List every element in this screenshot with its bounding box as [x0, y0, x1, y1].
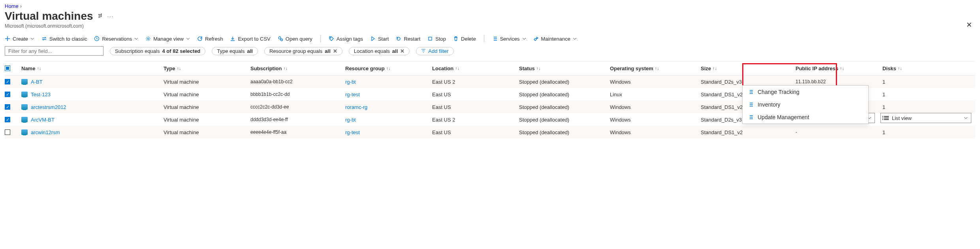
- add-filter-button[interactable]: Add filter: [416, 47, 453, 55]
- dropdown-item-update-management[interactable]: Update Management: [743, 111, 868, 124]
- row-checkbox[interactable]: [5, 117, 10, 122]
- export-csv-button[interactable]: Export to CSV: [230, 36, 270, 42]
- close-icon[interactable]: ✕: [966, 21, 972, 29]
- toolbar: Create Switch to classic Reservations Ma…: [5, 33, 975, 46]
- cell-location: East US: [432, 92, 519, 97]
- rg-link[interactable]: rg-bt: [345, 117, 356, 123]
- rg-link[interactable]: rg-test: [345, 129, 360, 135]
- list-view-select[interactable]: List view: [880, 113, 971, 123]
- remove-filter-icon[interactable]: ✕: [400, 48, 404, 54]
- chevron-down-icon: [30, 37, 34, 41]
- cell-status: Stopped (deallocated): [519, 129, 610, 135]
- query-icon: [278, 36, 283, 41]
- list-icon: [748, 102, 754, 107]
- cell-disks: 1: [882, 79, 973, 85]
- col-label: Operating system: [610, 66, 653, 71]
- vm-name-link[interactable]: Test-123: [31, 92, 51, 97]
- pill-value: all: [392, 48, 398, 54]
- open-query-label: Open query: [286, 36, 312, 42]
- vm-name-link[interactable]: ArcVM-BT: [31, 117, 55, 123]
- rg-link[interactable]: roramc-rg: [345, 104, 367, 110]
- switch-to-classic-button[interactable]: Switch to classic: [41, 36, 87, 42]
- row-checkbox[interactable]: [5, 92, 10, 97]
- filter-pill-resource-group[interactable]: Resource group equals all ✕: [264, 47, 342, 55]
- cell-type: Virtual machine: [164, 129, 250, 135]
- row-checkbox[interactable]: [5, 79, 10, 84]
- table-row[interactable]: arcwin12rsmVirtual machineeeee4e4e-ff5f-…: [5, 126, 975, 139]
- col-resource-group[interactable]: Resource group↑↓: [345, 66, 432, 71]
- col-subscription[interactable]: Subscription↑↓: [250, 66, 345, 71]
- delete-button[interactable]: Delete: [453, 36, 476, 42]
- col-ip[interactable]: Public IP address↑↓: [796, 66, 882, 71]
- services-button[interactable]: Services: [492, 36, 526, 42]
- cell-disks: 1: [882, 129, 973, 135]
- col-location[interactable]: Location↑↓: [432, 66, 519, 71]
- dropdown-item-inventory[interactable]: Inventory: [743, 98, 868, 111]
- breadcrumb-home[interactable]: Home: [5, 3, 19, 9]
- clock-icon: [94, 36, 100, 41]
- filter-pill-type[interactable]: Type equals all: [212, 47, 258, 55]
- filter-icon: [421, 49, 426, 53]
- col-os[interactable]: Operating system↑↓: [610, 66, 701, 71]
- cell-type: Virtual machine: [164, 104, 250, 110]
- assign-tags-button[interactable]: Assign tags: [329, 36, 363, 42]
- select-all-checkbox[interactable]: [5, 66, 10, 71]
- stop-button[interactable]: Stop: [427, 36, 446, 42]
- refresh-button[interactable]: Refresh: [197, 36, 223, 42]
- add-filter-label: Add filter: [428, 48, 448, 54]
- pill-value: 4 of 82 selected: [162, 48, 200, 54]
- col-size[interactable]: Size↑↓: [701, 66, 796, 71]
- vm-name-link[interactable]: A-BT: [31, 79, 43, 85]
- create-button[interactable]: Create: [5, 36, 34, 42]
- col-label: Type: [164, 66, 175, 71]
- subtitle: Microsoft (microsoft.onmicrosoft.com): [5, 23, 975, 29]
- chevron-down-icon: [186, 37, 190, 41]
- maintenance-button[interactable]: Maintenance: [533, 36, 577, 42]
- vm-name-link[interactable]: arctestrsm2012: [31, 104, 66, 110]
- pin-icon[interactable]: [97, 13, 103, 19]
- dropdown-item-change-tracking[interactable]: Change Tracking: [743, 86, 868, 98]
- open-query-button[interactable]: Open query: [278, 36, 312, 42]
- manage-view-button[interactable]: Manage view: [145, 36, 190, 42]
- restart-button[interactable]: Restart: [396, 36, 420, 42]
- col-status[interactable]: Status↑↓: [519, 66, 610, 71]
- remove-filter-icon[interactable]: ✕: [333, 48, 337, 54]
- col-name[interactable]: Name↑↓: [21, 66, 164, 71]
- vm-icon: [21, 104, 28, 110]
- cell-os: Windows: [610, 79, 701, 85]
- vm-name-link[interactable]: arcwin12rsm: [31, 129, 60, 135]
- cell-subscription: bbbb1b1b-cc2c-dd: [250, 92, 345, 97]
- refresh-label: Refresh: [205, 36, 223, 42]
- svg-point-4: [330, 37, 331, 38]
- dropdown-label: Change Tracking: [758, 89, 799, 95]
- export-label: Export to CSV: [238, 36, 270, 42]
- switch-label: Switch to classic: [49, 36, 87, 42]
- chevron-down-icon: [573, 37, 577, 41]
- row-checkbox[interactable]: [5, 104, 10, 110]
- svg-point-3: [280, 39, 282, 41]
- services-dropdown: Change Tracking Inventory Update Managem…: [742, 85, 869, 124]
- cell-status: Stopped (deallocated): [519, 104, 610, 110]
- col-disks[interactable]: Disks↑↓: [882, 66, 973, 71]
- sort-icon: ↑↓: [840, 66, 844, 71]
- vm-icon: [21, 79, 28, 84]
- rg-link[interactable]: rg-bt: [345, 79, 356, 85]
- cell-size: Standard_D2s_v3: [701, 79, 796, 85]
- restart-label: Restart: [404, 36, 420, 42]
- col-label: Name: [21, 66, 35, 71]
- filter-pill-location[interactable]: Location equals all ✕: [349, 47, 410, 55]
- rg-link[interactable]: rg-test: [345, 92, 360, 97]
- start-button[interactable]: Start: [370, 36, 389, 42]
- row-checkbox[interactable]: [5, 129, 10, 135]
- list-icon: [492, 36, 498, 41]
- maintenance-label: Maintenance: [541, 36, 570, 42]
- cell-type: Virtual machine: [164, 117, 250, 123]
- cell-subscription: cccc2c2c-dd3d-ee: [250, 104, 345, 110]
- filter-input[interactable]: [5, 46, 103, 56]
- col-type[interactable]: Type↑↓: [164, 66, 250, 71]
- col-label: Public IP address: [796, 66, 838, 71]
- more-icon[interactable]: ···: [107, 13, 114, 19]
- reservations-button[interactable]: Reservations: [94, 36, 138, 42]
- filter-pill-subscription[interactable]: Subscription equals 4 of 82 selected: [110, 47, 205, 55]
- sort-icon: ↑↓: [898, 66, 902, 71]
